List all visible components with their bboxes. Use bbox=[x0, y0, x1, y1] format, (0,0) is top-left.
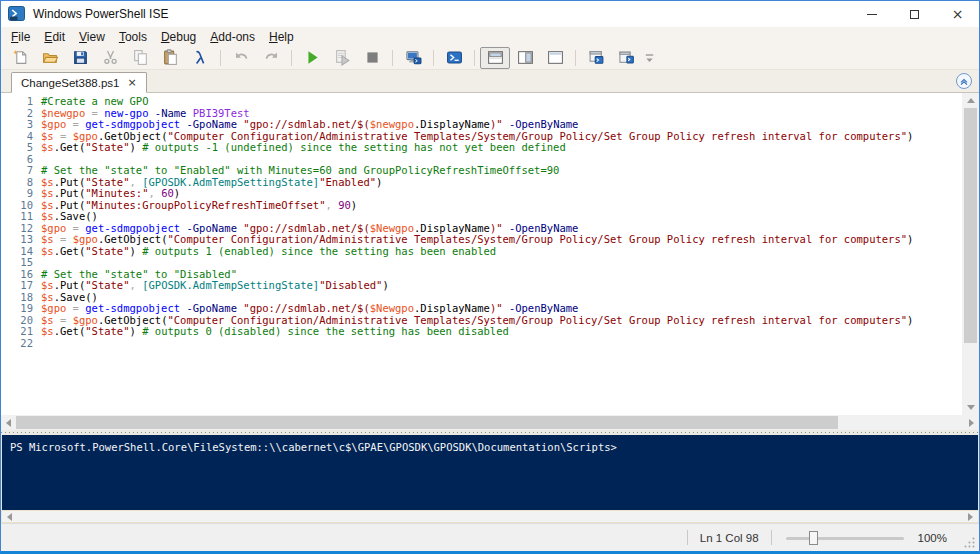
code-line: 22 bbox=[1, 338, 962, 350]
tab-label: ChangeSet388.ps1 bbox=[21, 77, 119, 89]
scroll-down-arrow[interactable] bbox=[962, 400, 979, 415]
line-number: 15 bbox=[1, 257, 41, 269]
scroll-right-arrow[interactable] bbox=[964, 415, 979, 430]
console-scroll-left-arrow[interactable] bbox=[2, 511, 17, 522]
copy-icon bbox=[132, 49, 149, 66]
maximize-icon bbox=[910, 10, 919, 19]
zoom-slider-thumb[interactable] bbox=[809, 531, 818, 545]
run-script-icon bbox=[304, 49, 321, 66]
redo-icon bbox=[263, 49, 280, 66]
status-separator bbox=[771, 530, 772, 545]
run-selection-button[interactable] bbox=[327, 47, 357, 69]
new-script-icon bbox=[12, 49, 29, 66]
start-powershell-exe-button[interactable] bbox=[439, 47, 469, 69]
show-command-window-button[interactable] bbox=[611, 47, 641, 69]
menu-tools[interactable]: Tools bbox=[112, 28, 154, 46]
redo-button[interactable] bbox=[256, 47, 286, 69]
toolbar bbox=[1, 46, 979, 70]
line-number: 13 bbox=[1, 234, 41, 246]
minimize-button[interactable] bbox=[850, 1, 893, 27]
menu-debug[interactable]: Debug bbox=[154, 28, 203, 46]
console-pane-box: PS Microsoft.PowerShell.Core\FileSystem:… bbox=[1, 435, 979, 523]
code-text: $s.Get("State") # outputs -1 (undefined)… bbox=[41, 142, 566, 154]
show-script-pane-right-button[interactable] bbox=[510, 47, 540, 69]
vertical-scroll-thumb[interactable] bbox=[964, 108, 977, 343]
triangle-left-icon bbox=[7, 513, 12, 521]
cursor-position: Ln 1 Col 98 bbox=[700, 532, 759, 544]
menu-addons[interactable]: Add-ons bbox=[203, 28, 262, 46]
code-line: 10$s.Put("Minutes:GroupPolicyRefreshTime… bbox=[1, 200, 962, 212]
console-pane[interactable]: PS Microsoft.PowerShell.Core\FileSystem:… bbox=[2, 435, 978, 510]
show-script-pane-top-button[interactable] bbox=[480, 47, 510, 69]
start-powershell-icon bbox=[446, 49, 463, 66]
open-script-icon bbox=[42, 49, 59, 66]
menu-edit[interactable]: Edit bbox=[37, 28, 72, 46]
zoom-slider[interactable] bbox=[786, 530, 904, 546]
console-horizontal-scrollbar[interactable] bbox=[2, 510, 978, 523]
clear-console-pane-button[interactable] bbox=[185, 47, 215, 69]
line-number: 1 bbox=[1, 96, 41, 108]
tab-changeset388[interactable]: ChangeSet388.ps1 × bbox=[11, 72, 147, 93]
toolbar-options-button[interactable] bbox=[641, 47, 657, 69]
powershell-ise-window: Windows PowerShell ISE × FileEditViewToo… bbox=[0, 0, 980, 554]
run-script-button[interactable] bbox=[297, 47, 327, 69]
chevron-up-icon bbox=[959, 76, 969, 86]
new-powershell-tab-button[interactable] bbox=[581, 47, 611, 69]
collapse-script-pane-button[interactable] bbox=[956, 73, 972, 89]
line-number: 17 bbox=[1, 280, 41, 292]
save-button[interactable] bbox=[65, 47, 95, 69]
zoom-slider-track[interactable] bbox=[786, 537, 904, 540]
code-line: 17$s.Put("State", [GPOSDK.AdmTempSetting… bbox=[1, 280, 962, 292]
undo-button[interactable] bbox=[226, 47, 256, 69]
console-scroll-right-arrow[interactable] bbox=[963, 511, 978, 522]
new-script-button[interactable] bbox=[5, 47, 35, 69]
tab-close-icon[interactable]: × bbox=[127, 77, 136, 88]
paste-button[interactable] bbox=[155, 47, 185, 69]
editor-pane: 1#Create a new GPO2$newgpo = new-gpo -Na… bbox=[1, 93, 979, 415]
script-editor[interactable]: 1#Create a new GPO2$newgpo = new-gpo -Na… bbox=[1, 93, 962, 415]
new-powershell-tab-icon bbox=[588, 49, 605, 66]
line-number: 7 bbox=[1, 165, 41, 177]
paste-icon bbox=[162, 49, 179, 66]
line-number: 2 bbox=[1, 108, 41, 120]
horizontal-scroll-thumb[interactable] bbox=[16, 416, 838, 429]
menu-help[interactable]: Help bbox=[262, 28, 301, 46]
status-bar: Ln 1 Col 98 100% bbox=[1, 523, 979, 551]
show-script-pane-maximized-icon bbox=[547, 49, 564, 66]
status-separator bbox=[687, 530, 688, 545]
save-icon bbox=[72, 49, 89, 66]
copy-button[interactable] bbox=[125, 47, 155, 69]
triangle-left-icon bbox=[6, 419, 11, 427]
undo-icon bbox=[233, 49, 250, 66]
code-line: 14$s.Get("State") # outputs 1 (enabled) … bbox=[1, 246, 962, 258]
scroll-left-arrow[interactable] bbox=[1, 415, 16, 430]
tab-bar: ChangeSet388.ps1 × bbox=[1, 70, 979, 93]
menu-view[interactable]: View bbox=[72, 28, 112, 46]
show-script-pane-maximized-button[interactable] bbox=[540, 47, 570, 69]
resize-grip-icon[interactable] bbox=[963, 536, 976, 549]
scroll-up-arrow[interactable] bbox=[962, 93, 979, 108]
line-number: 11 bbox=[1, 211, 41, 223]
stop-operation-button[interactable] bbox=[357, 47, 387, 69]
toolbar-separator bbox=[433, 50, 434, 66]
run-selection-icon bbox=[334, 49, 351, 66]
editor-horizontal-scrollbar[interactable] bbox=[1, 415, 979, 430]
editor-vertical-scrollbar[interactable] bbox=[962, 93, 979, 415]
line-number: 9 bbox=[1, 188, 41, 200]
triangle-right-icon bbox=[968, 513, 973, 521]
cut-icon bbox=[102, 49, 119, 66]
toolbar-separator bbox=[575, 50, 576, 66]
triangle-right-icon bbox=[969, 419, 974, 427]
open-script-button[interactable] bbox=[35, 47, 65, 69]
zoom-level: 100% bbox=[918, 532, 947, 544]
maximize-button[interactable] bbox=[893, 1, 936, 27]
close-button[interactable]: × bbox=[936, 1, 979, 27]
new-remote-powershell-tab-button[interactable] bbox=[398, 47, 428, 69]
menu-file[interactable]: File bbox=[4, 28, 37, 46]
menu-bar: FileEditViewToolsDebugAdd-onsHelp bbox=[1, 27, 979, 46]
code-text: $s.Get("State") # outputs 1 (enabled) si… bbox=[41, 246, 496, 258]
stop-operation-icon bbox=[364, 49, 381, 66]
show-script-pane-top-icon bbox=[487, 49, 504, 66]
cut-button[interactable] bbox=[95, 47, 125, 69]
show-script-pane-right-icon bbox=[517, 49, 534, 66]
